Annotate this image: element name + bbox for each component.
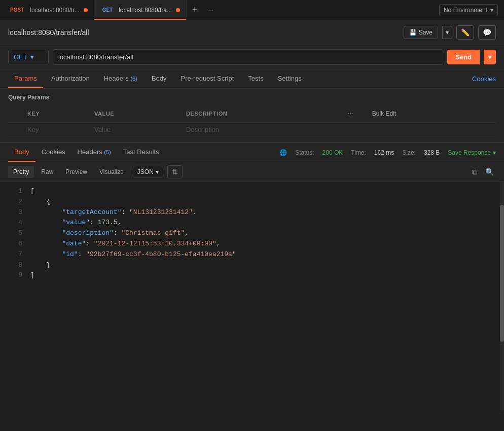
environment-label: No Environment — [444, 7, 487, 14]
tab-get[interactable]: GET localhost:8080/tra... — [94, 0, 187, 20]
json-viewer[interactable]: 1[2 {3 "targetAccount": "NL131231231412"… — [0, 182, 504, 410]
line-content: "id": "92b27f69-cc3f-4b80-b125-efa410ea2… — [30, 249, 236, 260]
environment-selector[interactable]: No Environment ▾ — [439, 4, 498, 16]
bulk-edit-button[interactable]: Bulk Edit — [368, 108, 400, 119]
tab-post-dot — [84, 8, 88, 12]
json-colon: : — [114, 229, 122, 237]
filter-button[interactable]: ⇅ — [167, 165, 183, 178]
json-wrapper: 1[2 {3 "targetAccount": "NL131231231412"… — [0, 182, 504, 410]
tab-settings[interactable]: Settings — [272, 69, 308, 88]
desc-cell[interactable]: Description — [182, 123, 344, 137]
json-value: "NL131231231412" — [129, 208, 193, 216]
globe-icon: 🌐 — [279, 149, 287, 156]
res-tab-body[interactable]: Body — [8, 143, 35, 162]
view-visualize-button[interactable]: Visualize — [94, 166, 129, 178]
format-selector[interactable]: JSON ▾ — [133, 166, 163, 178]
tab-get-method: GET — [100, 6, 115, 14]
json-line: 8 } — [0, 260, 504, 271]
res-tab-body-label: Body — [14, 148, 29, 156]
cookies-button[interactable]: Cookies — [472, 70, 496, 88]
params-section: Query Params KEY VALUE DESCRIPTION ··· B… — [0, 89, 504, 142]
tab-pre-request-label: Pre-request Script — [181, 75, 234, 82]
params-table: KEY VALUE DESCRIPTION ··· Bulk Edit Key … — [8, 105, 496, 137]
time-label: Time: — [351, 149, 366, 156]
json-value: "2021-12-12T15:53:10.334+00:00" — [94, 240, 217, 247]
tab-authorization-label: Authorization — [51, 75, 90, 82]
json-colon: : — [86, 240, 94, 247]
tab-pre-request[interactable]: Pre-request Script — [175, 69, 240, 88]
save-icon: 💾 — [409, 29, 417, 36]
json-suffix: , — [217, 240, 221, 247]
json-line: 4 "value": 173.5, — [0, 218, 504, 228]
view-pretty-button[interactable]: Pretty — [8, 166, 34, 178]
view-preview-button[interactable]: Preview — [60, 166, 92, 178]
row-bulk — [364, 123, 496, 137]
format-value: JSON — [137, 168, 154, 175]
send-button[interactable]: Send — [447, 50, 480, 64]
request-tabs: Params Authorization Headers (6) Body Pr… — [0, 69, 504, 89]
tab-post[interactable]: POST localhost:8080/tr... — [2, 0, 94, 20]
json-bracket: } — [46, 261, 50, 269]
line-content: "value": 173.5, — [30, 218, 121, 228]
view-raw-button[interactable]: Raw — [36, 166, 58, 178]
time-value: 162 ms — [374, 149, 394, 156]
response-section: Body Cookies Headers (5) Test Results 🌐 … — [0, 142, 504, 410]
tab-post-url: localhost:8080/tr... — [30, 7, 79, 14]
send-dropdown-button[interactable]: ▾ — [484, 50, 496, 64]
line-number: 4 — [6, 218, 22, 228]
save-response-button[interactable]: Save Response ▾ — [448, 149, 496, 156]
save-button[interactable]: 💾 Save — [404, 26, 438, 39]
tab-body[interactable]: Body — [146, 69, 173, 88]
params-title: Query Params — [8, 94, 496, 101]
res-tab-test-results-label: Test Results — [123, 148, 159, 156]
copy-button[interactable]: ⧉ — [470, 166, 479, 178]
line-number: 3 — [6, 207, 22, 218]
key-cell[interactable]: Key — [23, 123, 90, 137]
tab-tests[interactable]: Tests — [242, 69, 269, 88]
response-meta: 🌐 Status: 200 OK Time: 162 ms Size: 328 … — [279, 149, 496, 156]
line-number: 1 — [6, 186, 22, 197]
res-tab-cookies[interactable]: Cookies — [35, 143, 71, 162]
comment-button[interactable]: 💬 — [478, 25, 496, 40]
json-key: "id" — [62, 250, 78, 258]
add-tab-button[interactable]: + — [187, 0, 203, 20]
json-colon: : — [78, 250, 86, 258]
tab-authorization[interactable]: Authorization — [45, 69, 96, 88]
scrollbar-thumb[interactable] — [500, 205, 504, 342]
edit-button[interactable]: ✏️ — [456, 25, 474, 40]
response-tabs-bar: Body Cookies Headers (5) Test Results 🌐 … — [0, 143, 504, 162]
method-value: GET — [14, 53, 27, 61]
line-content: { — [30, 197, 50, 207]
save-response-arrow: ▾ — [493, 149, 496, 156]
json-key: "targetAccount" — [62, 208, 121, 216]
res-tab-headers[interactable]: Headers (5) — [71, 143, 117, 162]
json-bracket: ] — [30, 271, 34, 279]
res-tab-headers-label: Headers — [78, 148, 104, 156]
tab-headers[interactable]: Headers (6) — [98, 69, 143, 88]
row-action — [344, 123, 364, 137]
method-selector[interactable]: GET ▾ — [8, 50, 49, 64]
more-dots-icon: ··· — [208, 6, 214, 14]
tab-params[interactable]: Params — [8, 69, 43, 88]
scrollbar-track — [500, 182, 504, 410]
line-number: 6 — [6, 239, 22, 249]
save-dropdown-button[interactable]: ▾ — [442, 26, 452, 39]
tab-post-method: POST — [8, 6, 26, 14]
search-button[interactable]: 🔍 — [483, 166, 496, 178]
actions-col-header: ··· — [344, 105, 364, 123]
value-cell[interactable]: Value — [90, 123, 182, 137]
bulk-edit-col: Bulk Edit — [364, 105, 496, 123]
line-content: "description": "Christmas gift", — [30, 228, 189, 239]
url-input[interactable] — [53, 49, 443, 65]
line-content: "targetAccount": "NL131231231412", — [30, 207, 197, 218]
url-input-row: GET ▾ Send ▾ — [0, 45, 504, 69]
res-tab-test-results[interactable]: Test Results — [117, 143, 165, 162]
json-key: "description" — [62, 229, 113, 237]
row-checkbox — [8, 123, 23, 137]
more-tabs-button[interactable]: ··· — [203, 0, 219, 20]
json-line: 1[ — [0, 186, 504, 197]
json-line: 5 "description": "Christmas gift", — [0, 228, 504, 239]
line-number: 7 — [6, 249, 22, 260]
json-bracket: [ — [30, 187, 34, 195]
line-content: } — [30, 260, 50, 271]
